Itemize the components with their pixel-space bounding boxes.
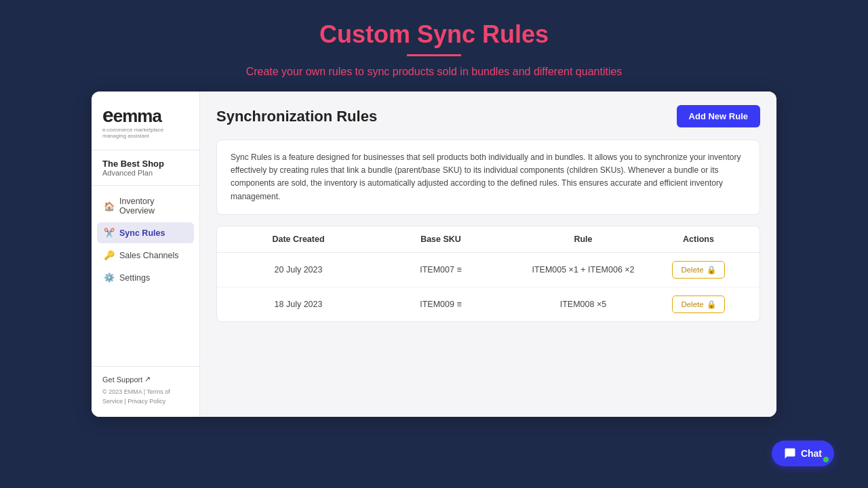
sync-rules-icon: ✂️: [104, 228, 115, 238]
shop-plan: Advanced Plan: [102, 169, 189, 177]
row2-rule: ITEM008 ×5: [515, 300, 651, 309]
sidebar-item-sync-rules-label: Sync Rules: [119, 228, 165, 238]
logo: eemma: [102, 105, 189, 125]
inventory-icon: 🏠: [104, 201, 115, 211]
sidebar-item-inventory-label: Inventory Overview: [119, 197, 187, 216]
row1-date: 20 July 2023: [231, 265, 366, 274]
row1-rule: ITEM005 ×1 + ITEM006 ×2: [515, 265, 651, 274]
chat-button[interactable]: Chat: [772, 441, 834, 466]
table-row: 20 July 2023 ITEM007 ≡ ITEM005 ×1 + ITEM…: [217, 253, 760, 287]
shop-info: The Best Shop Advanced Plan: [92, 159, 199, 186]
row2-base-sku: ITEM009 ≡: [366, 300, 515, 309]
delete-button-row2[interactable]: Delete 🔒: [672, 296, 724, 313]
lock-icon: 🔒: [707, 265, 716, 274]
table-header: Date Created Base SKU Rule Actions: [217, 226, 760, 253]
page-subtitle: Create your own rules to sync products s…: [246, 66, 623, 78]
sidebar-item-sales-channels-label: Sales Channels: [119, 251, 179, 260]
table-row: 18 July 2023 ITEM009 ≡ ITEM008 ×5 Delete…: [217, 287, 760, 321]
rules-table: Date Created Base SKU Rule Actions 20 Ju…: [216, 226, 760, 322]
sidebar-item-sales-channels[interactable]: 🔑 Sales Channels: [97, 245, 194, 266]
row2-equals-icon: ≡: [456, 300, 461, 309]
sidebar-item-settings-label: Settings: [119, 273, 150, 283]
sidebar-item-settings[interactable]: ⚙️ Settings: [97, 267, 194, 288]
logo-subtitle: e-commerce marketplace managing assistan…: [102, 127, 189, 139]
sidebar-footer: Get Support ↗ © 2023 EMMA | Terms of Ser…: [92, 366, 199, 406]
footer-links: © 2023 EMMA | Terms of Service | Privacy…: [102, 388, 189, 406]
lock-icon-2: 🔒: [707, 300, 716, 309]
col-base-sku: Base SKU: [366, 235, 515, 244]
app-container: eemma e-commerce marketplace managing as…: [92, 92, 776, 417]
add-new-rule-button[interactable]: Add New Rule: [677, 105, 760, 127]
sidebar-item-sync-rules[interactable]: ✂️ Sync Rules: [97, 222, 194, 243]
chat-online-dot: [823, 457, 829, 462]
sidebar: eemma e-commerce marketplace managing as…: [92, 92, 200, 417]
external-link-icon: ↗: [144, 375, 151, 384]
settings-icon: ⚙️: [104, 272, 115, 283]
page-title: Custom Sync Rules: [246, 20, 623, 49]
row2-date: 18 July 2023: [231, 300, 366, 309]
row1-equals-icon: ≡: [456, 265, 461, 274]
info-box: Sync Rules is a feature designed for bus…: [216, 140, 760, 215]
row1-base-sku: ITEM007 ≡: [366, 265, 515, 274]
title-underline: [407, 54, 461, 56]
row2-actions: Delete 🔒: [651, 296, 746, 313]
shop-name: The Best Shop: [102, 159, 189, 169]
main-content-title: Synchronization Rules: [216, 108, 377, 125]
page-header: Custom Sync Rules Create your own rules …: [246, 20, 623, 78]
sidebar-item-inventory[interactable]: 🏠 Inventory Overview: [97, 191, 194, 221]
nav-menu: 🏠 Inventory Overview ✂️ Sync Rules 🔑 Sal…: [92, 191, 199, 361]
main-header: Synchronization Rules Add New Rule: [216, 105, 760, 127]
sales-channels-icon: 🔑: [104, 250, 115, 260]
col-rule: Rule: [515, 235, 651, 244]
chat-label: Chat: [801, 448, 822, 459]
col-actions: Actions: [651, 235, 746, 244]
row1-actions: Delete 🔒: [651, 261, 746, 279]
get-support-link[interactable]: Get Support ↗: [102, 375, 189, 384]
delete-button-row1[interactable]: Delete 🔒: [672, 261, 724, 279]
main-content: Synchronization Rules Add New Rule Sync …: [200, 92, 776, 417]
col-date: Date Created: [231, 235, 366, 244]
logo-area: eemma e-commerce marketplace managing as…: [92, 105, 199, 150]
chat-icon: [784, 447, 796, 460]
